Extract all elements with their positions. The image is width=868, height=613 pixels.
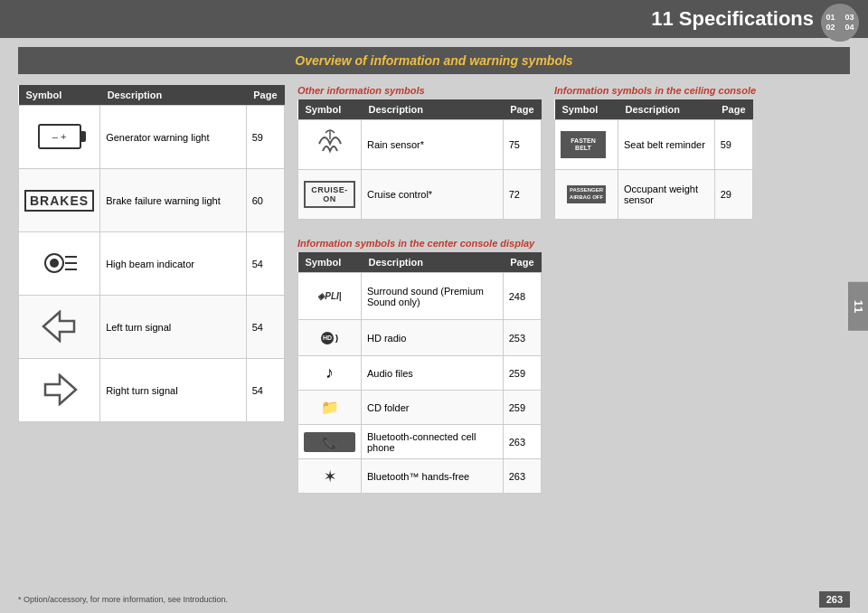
audio-files-icon: ♪	[304, 363, 355, 382]
page-title: 11 Specifications	[651, 7, 814, 30]
content-layout: Symbol Description Page Generator warn­i…	[18, 85, 850, 503]
page-cell: 54	[246, 296, 284, 359]
symbol-cell	[19, 359, 100, 422]
col-description: Description	[362, 252, 504, 273]
page-cell: 29	[714, 170, 752, 220]
page-footer: * Option/accessory, for more information…	[0, 591, 868, 608]
desc-cell: Brake failure warning light	[100, 169, 247, 232]
center-console-section: Information symbols in the center consol…	[297, 238, 542, 494]
table-row: 📁 CD folder 259	[298, 391, 542, 425]
svg-marker-5	[43, 312, 74, 341]
other-info-table: Symbol Description Page	[297, 99, 542, 220]
highbeam-icon	[42, 250, 78, 276]
table-row: Left turn signal 54	[19, 296, 285, 359]
hd-radio-icon: HD )	[321, 332, 338, 344]
page-cell: 259	[503, 356, 541, 391]
symbol-cell: ♪	[298, 356, 362, 391]
table-row: HD ) HD radio 253	[298, 320, 542, 356]
table-row: CRUISE-ON Cruise control* 72	[298, 170, 542, 220]
page-cell: 75	[503, 120, 541, 170]
other-info-section: Other information symbols Symbol Descrip…	[297, 85, 542, 220]
left-turn-signal-icon	[42, 310, 78, 343]
main-col-symbol: Symbol	[19, 85, 100, 106]
surround-sound-icon: ◈PLI|	[304, 291, 355, 301]
svg-marker-6	[45, 375, 76, 404]
right-turn-signal-icon	[42, 373, 78, 406]
right-column: Information symbols in the ceiling conso…	[554, 85, 756, 220]
seatbelt-icon: FASTENBELT	[561, 131, 606, 158]
table-row: PASSENGERAIRBAG OFF Occupant weight sens…	[555, 170, 753, 220]
desc-cell: Right turn signal	[100, 359, 247, 422]
desc-cell: Occupant weight sensor	[618, 170, 715, 220]
table-row: ◈PLI| Surround sound (Premium Sound only…	[298, 273, 542, 320]
page-cell: 72	[503, 170, 541, 220]
symbol-cell: 📁	[298, 391, 362, 425]
side-tab: 11	[848, 282, 868, 331]
table-row: Generator warn­ing light 59	[19, 106, 285, 169]
col-symbol: Symbol	[555, 99, 618, 120]
symbol-cell	[19, 232, 100, 296]
desc-cell: Rain sensor*	[362, 120, 504, 170]
symbol-cell: 📞	[298, 425, 362, 459]
col-page: Page	[503, 252, 541, 273]
main-col-page: Page	[246, 85, 284, 106]
desc-cell: Generator warn­ing light	[100, 106, 247, 169]
rain-sensor-icon	[312, 126, 348, 162]
hd-circle: HD	[321, 332, 334, 344]
symbol-cell: FASTENBELT	[555, 120, 618, 170]
page-cell: 248	[503, 273, 541, 320]
airbag-icon: PASSENGERAIRBAG OFF	[567, 185, 606, 203]
page-cell: 263	[503, 459, 541, 494]
center-console-label: Information symbols in the center consol…	[297, 238, 542, 249]
cd-folder-icon: 📁	[304, 399, 355, 416]
col-symbol: Symbol	[298, 252, 362, 273]
table-row: ✶ Bluetooth™ hands-free 263	[298, 459, 542, 494]
svg-point-1	[50, 259, 59, 268]
desc-cell: Cruise control*	[362, 170, 504, 220]
ceiling-table: Symbol Description Page FASTENBELT Seat …	[554, 99, 753, 220]
symbol-cell: ✶	[298, 459, 362, 494]
table-row: 📞 Bluetooth-connected cell phone 263	[298, 425, 542, 459]
page-cell: 54	[246, 359, 284, 422]
symbol-cell	[298, 120, 362, 170]
symbol-cell: PASSENGERAIRBAG OFF	[555, 170, 618, 220]
desc-cell: Surround sound (Premium Sound only)	[362, 273, 504, 320]
table-row: Right turn signal 54	[19, 359, 285, 422]
symbol-cell: CRUISE-ON	[298, 170, 362, 220]
page-header: 11 Specifications 01 02 03 04	[0, 0, 868, 38]
symbol-cell	[19, 106, 100, 169]
other-info-label: Other information symbols	[297, 85, 542, 96]
col-description: Description	[362, 99, 504, 120]
desc-cell: High beam indica­tor	[100, 232, 247, 296]
symbol-cell	[19, 296, 100, 359]
bluetooth-icon: ✶	[304, 469, 355, 484]
page-number: 263	[819, 591, 850, 608]
desc-cell: CD folder	[362, 391, 504, 425]
symbol-cell: ◈PLI|	[298, 273, 362, 320]
page-cell: 59	[246, 106, 284, 169]
main-content: Overview of information and warning symb…	[0, 38, 868, 512]
page-cell: 259	[503, 391, 541, 425]
section-banner: Overview of information and warning symb…	[18, 47, 850, 74]
center-console-table: Symbol Description Page ◈PLI| Surround s…	[297, 252, 542, 494]
battery-icon	[38, 124, 81, 149]
middle-column: Other information symbols Symbol Descrip…	[297, 85, 542, 503]
page-cell: 253	[503, 320, 541, 356]
desc-cell: HD radio	[362, 320, 504, 356]
main-col-description: Description	[100, 85, 247, 106]
header-badge: 01 02 03 04	[821, 4, 859, 42]
table-row: ♪ Audio files 259	[298, 356, 542, 391]
symbol-cell: BRAKES	[19, 169, 100, 232]
desc-cell: Bluetooth-connected cell phone	[362, 425, 504, 459]
table-row: BRAKES Brake failure warning light 60	[19, 169, 285, 232]
ceiling-label: Information symbols in the ceiling conso…	[554, 85, 756, 96]
main-table: Symbol Description Page Generator warn­i…	[18, 85, 285, 422]
col-page: Page	[503, 99, 541, 120]
table-row: FASTENBELT Seat belt reminder 59	[555, 120, 753, 170]
bluetooth-phone-icon: 📞	[304, 432, 355, 452]
desc-cell: Audio files	[362, 356, 504, 391]
table-row: High beam indica­tor 54	[19, 232, 285, 296]
col-symbol: Symbol	[298, 99, 362, 120]
brakes-icon: BRAKES	[24, 190, 94, 212]
desc-cell: Seat belt reminder	[618, 120, 715, 170]
